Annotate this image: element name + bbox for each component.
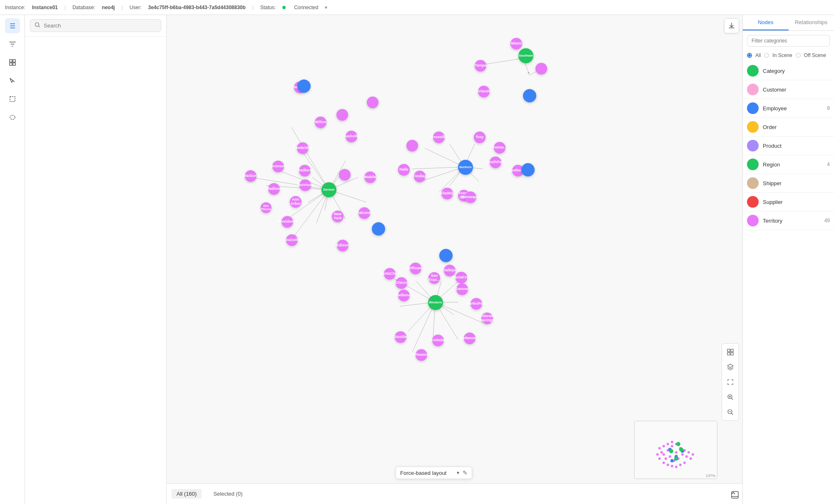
node-falconer[interactable]: Falconer <box>358 207 370 219</box>
slicer-icon[interactable] <box>5 55 20 70</box>
fit-view-button[interactable] <box>724 375 737 389</box>
node-phoenix[interactable]: Phoenix <box>416 349 427 361</box>
node-louisville[interactable]: Louisville <box>286 234 298 246</box>
node-tampa[interactable]: Tampa <box>475 60 486 72</box>
node-pointe[interactable]: Pointe... <box>494 142 505 154</box>
selected-tab[interactable]: Selected (0) <box>208 489 247 499</box>
box-select-icon[interactable] <box>5 92 20 107</box>
node-cambridge[interactable]: Cambridge <box>297 142 309 154</box>
node-denver[interactable]: Denver <box>321 182 336 197</box>
node-southam[interactable]: Southam <box>518 48 533 63</box>
node-denver-2[interactable]: Denver <box>456 283 468 295</box>
node-south-park[interactable]: SouthPark <box>490 156 501 168</box>
node-redwood[interactable]: Redwood... <box>464 333 476 344</box>
legend-item-supplier[interactable]: Supplier <box>743 193 834 211</box>
filter-icon[interactable] <box>5 37 20 52</box>
node-bellevue[interactable]: Bellevue <box>398 290 410 301</box>
node-providence[interactable]: Providence <box>281 216 293 228</box>
node-tulsa-manager[interactable] <box>372 222 385 236</box>
node-bedford[interactable]: Redford <box>299 165 311 176</box>
radio-in-scene-label: In Scene <box>772 52 792 58</box>
node-eastern-rep[interactable] <box>521 163 535 176</box>
node-sales-rep-1[interactable] <box>523 89 536 102</box>
node-nashville[interactable]: Nashville <box>346 131 357 142</box>
node-roseville[interactable]: Roseville <box>433 132 445 143</box>
node-san-francisco[interactable]: San Fran... <box>428 272 440 284</box>
node-beauchamp[interactable] <box>406 140 418 151</box>
node-morristown[interactable] <box>339 169 351 181</box>
legend-item-order[interactable]: Order <box>743 118 834 137</box>
node-troy[interactable]: Troy <box>474 132 485 143</box>
tab-relationships[interactable]: Relationships <box>789 15 834 30</box>
zoom-out-button[interactable] <box>724 405 737 419</box>
node-colo-springs[interactable]: Colorado Springs <box>481 313 493 324</box>
legend-item-product[interactable]: Product <box>743 137 834 155</box>
individual-select-icon[interactable] <box>5 73 20 88</box>
connection-banner-chevron[interactable]: ▾ <box>325 5 327 10</box>
node-chirco[interactable]: Chirco <box>396 277 407 289</box>
node-western[interactable]: Western <box>428 295 443 310</box>
node-greensboro[interactable] <box>336 109 348 121</box>
node-hoffman-estates[interactable]: Hoffman... <box>410 263 421 274</box>
grid-view-button[interactable] <box>724 345 737 359</box>
node-northern[interactable]: Northern <box>458 160 473 175</box>
bottom-panel-toggle[interactable] <box>727 487 742 504</box>
legend-item-category[interactable]: Category <box>743 62 834 80</box>
legend-item-shipper[interactable]: Shipper <box>743 174 834 193</box>
legend-item-customer[interactable]: Customer <box>743 80 834 99</box>
legend-label-supplier: Supplier <box>763 199 826 205</box>
node-santa-cruz[interactable]: SantaCruz <box>456 272 467 283</box>
node-halle[interactable]: Halle <box>398 164 410 176</box>
node-santa-clara[interactable]: SantaClara <box>384 268 396 280</box>
search-input[interactable] <box>44 22 157 29</box>
node-morrison[interactable]: Morrison <box>299 179 311 191</box>
node-findlay[interactable]: Findlay <box>414 171 426 182</box>
node-miami[interactable]: Miami <box>510 38 522 50</box>
node-des-plaines[interactable]: Des Plaines <box>261 202 271 213</box>
all-tab[interactable]: All (160) <box>172 489 202 499</box>
node-phila[interactable]: Philadelp... <box>441 188 453 199</box>
layers-button[interactable] <box>724 360 737 374</box>
node-sales-rep-2-area[interactable] <box>367 97 378 108</box>
legend-color-region <box>747 159 759 170</box>
export-button[interactable] <box>724 18 739 33</box>
node-order-rep[interactable] <box>439 249 453 262</box>
user-value: 3e4c75ff-b6ba-4983-b443-7a5d44308830b <box>148 5 246 10</box>
radio-in-scene[interactable] <box>764 53 769 58</box>
svg-point-48 <box>671 445 673 447</box>
node-ann-arbor[interactable]: Ann Arbor <box>290 196 301 208</box>
node-madison[interactable]: Madison <box>268 183 280 195</box>
tab-nodes[interactable]: Nodes <box>743 15 789 30</box>
node-scottsdale[interactable]: Scottsdale <box>432 335 444 346</box>
node-mobile[interactable]: Mobile <box>364 171 376 183</box>
filter-categories-input[interactable] <box>747 35 830 47</box>
zoom-in-button[interactable] <box>724 390 737 404</box>
node-seattle[interactable]: Seattle <box>395 331 406 343</box>
layout-edit-icon[interactable]: ✎ <box>463 469 468 476</box>
lasso-select-icon[interactable] <box>5 110 20 125</box>
legend-item-region[interactable]: Region 4 <box>743 155 834 174</box>
radio-all[interactable] <box>747 53 752 58</box>
node-macburn[interactable]: Macburn <box>245 170 256 182</box>
node-marlepark[interactable]: MarlesPark <box>471 298 482 310</box>
node-bronson[interactable]: Bronson <box>272 161 284 172</box>
layout-select[interactable]: Force-based layout Hierarchical layout C… <box>400 470 453 476</box>
node-edison[interactable]: Edison <box>337 240 349 251</box>
legend-item-employee[interactable]: Employee 9 <box>743 99 834 118</box>
node-wilton[interactable]: Wilton <box>315 117 326 128</box>
node-savannah[interactable] <box>535 63 547 74</box>
node-eastern-div[interactable] <box>297 79 311 93</box>
node-new-york[interactable]: New York <box>332 211 344 222</box>
svg-point-79 <box>670 459 674 462</box>
legend-color-category <box>747 65 759 77</box>
svg-rect-86 <box>727 353 730 355</box>
legend-item-territory[interactable]: Territory 49 <box>743 211 834 230</box>
perspective-drawer-icon[interactable]: ☰ <box>5 18 20 33</box>
svg-point-61 <box>667 443 669 445</box>
node-minneapolis[interactable]: Minneap... <box>465 191 476 203</box>
radio-off-scene[interactable] <box>796 53 801 58</box>
node-orlando[interactable]: Orlando <box>478 86 490 97</box>
node-vallejo[interactable]: Vallejo <box>444 265 456 276</box>
right-panel-tabs: Nodes Relationships <box>743 15 834 31</box>
search-input-wrapper <box>30 19 161 32</box>
